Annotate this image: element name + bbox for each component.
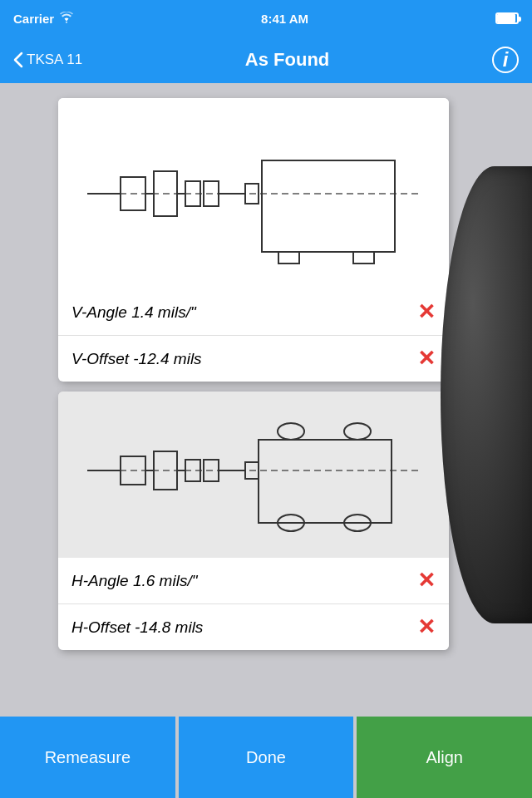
v-angle-row: V-Angle 1.4 mils/" ✕ [58, 289, 449, 336]
back-label: TKSA 11 [27, 52, 82, 68]
h-offset-label: H-Offset -14.8 mils [71, 618, 203, 637]
page-title: As Found [245, 49, 329, 71]
h-angle-row: H-Angle 1.6 mils/" ✕ [58, 558, 449, 604]
v-offset-status: ✕ [417, 346, 436, 372]
v-offset-label: V-Offset -12.4 mils [71, 350, 202, 368]
h-angle-status: ✕ [417, 568, 436, 594]
status-time: 8:41 AM [261, 12, 308, 26]
nav-bar: TKSA 11 As Found i [0, 37, 532, 83]
carrier-label: Carrier [13, 12, 54, 26]
svg-point-24 [344, 423, 371, 440]
horizontal-card: H-Angle 1.6 mils/" ✕ H-Offset -14.8 mils… [58, 392, 449, 650]
gear-decoration [441, 166, 532, 623]
back-button[interactable]: TKSA 11 [13, 52, 82, 68]
status-left: Carrier [13, 12, 74, 26]
svg-point-23 [278, 423, 304, 440]
info-button[interactable]: i [492, 47, 519, 73]
h-offset-status: ✕ [417, 614, 436, 640]
v-offset-row: V-Offset -12.4 mils ✕ [58, 336, 449, 382]
remeasure-button[interactable]: Remeasure [0, 717, 176, 798]
toolbar: Remeasure Done Align [0, 717, 532, 798]
battery-icon [495, 12, 519, 24]
done-button[interactable]: Done [179, 717, 355, 798]
vertical-diagram [58, 98, 449, 289]
h-angle-label: H-Angle 1.6 mils/" [71, 572, 197, 590]
status-bar: Carrier 8:41 AM [0, 0, 532, 37]
h-rows: H-Angle 1.6 mils/" ✕ H-Offset -14.8 mils… [58, 558, 449, 650]
horizontal-diagram [58, 392, 449, 558]
h-offset-row: H-Offset -14.8 mils ✕ [58, 604, 449, 650]
vertical-card: V-Angle 1.4 mils/" ✕ V-Offset -12.4 mils… [58, 98, 449, 382]
svg-rect-9 [353, 252, 374, 264]
status-right [495, 12, 519, 24]
svg-rect-20 [259, 440, 392, 523]
main-content: V-Angle 1.4 mils/" ✕ V-Offset -12.4 mils… [0, 83, 532, 717]
svg-rect-8 [278, 252, 299, 264]
v-angle-label: V-Angle 1.4 mils/" [71, 303, 196, 322]
align-button[interactable]: Align [357, 717, 532, 798]
wifi-icon [59, 12, 74, 26]
svg-rect-7 [262, 160, 395, 252]
v-angle-status: ✕ [417, 299, 436, 325]
